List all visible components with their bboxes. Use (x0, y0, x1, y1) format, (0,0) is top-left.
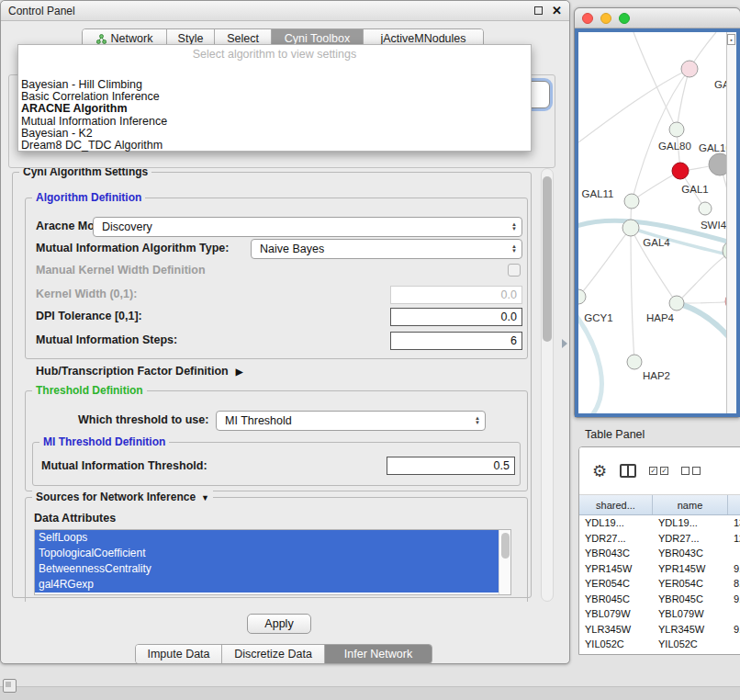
cell[interactable]: 9. (728, 592, 740, 607)
mi-threshold-field[interactable]: 0.5 (387, 457, 515, 475)
node-gal1[interactable] (699, 202, 712, 215)
float-window-icon[interactable] (534, 6, 543, 15)
table-row[interactable]: YPR145W YPR145W 9. (579, 561, 740, 577)
cell[interactable]: YBR043C (579, 546, 653, 561)
table-row[interactable]: YIL052C YIL052C (579, 637, 740, 652)
table-row[interactable]: YDR27... YDR27... 12 (579, 531, 740, 547)
attributes-scrollbar-thumb[interactable] (501, 533, 510, 559)
deselect-all-icon[interactable] (681, 467, 701, 475)
dropdown-item[interactable]: Mutual Information Inference (18, 116, 531, 128)
close-traffic-light[interactable] (582, 13, 593, 24)
table-row[interactable]: YBR045C YBR045C 9. (579, 592, 740, 607)
cell[interactable]: 9. (728, 622, 740, 638)
node-red[interactable] (672, 163, 689, 179)
mi-type-combobox[interactable]: Naive Bayes ▲▼ (251, 239, 522, 259)
table-row[interactable]: YDL19... YDL19... 13 (579, 515, 740, 531)
zoom-traffic-light[interactable] (619, 13, 630, 24)
attribute-item-selected[interactable]: gal4RGexp (35, 577, 499, 593)
network-scrollbar[interactable] (726, 32, 736, 413)
cell[interactable]: YER054C (653, 576, 728, 592)
dropdown-item-selected[interactable]: ARACNE Algorithm (18, 103, 531, 115)
settings-scrollbar-thumb[interactable] (543, 176, 552, 342)
tab-jactivemnodules-label: jActiveMNodules (380, 32, 465, 45)
control-panel-titlebar[interactable]: Control Panel ✕ (1, 1, 569, 21)
node-gcy1[interactable] (578, 289, 586, 304)
cell[interactable]: YDL19... (653, 515, 728, 531)
threshold-definition-legend: Threshold Definition (32, 384, 147, 397)
cell[interactable]: YLR345W (653, 622, 728, 638)
cell[interactable]: 12 (728, 531, 740, 547)
column-header-name[interactable]: name (653, 495, 728, 514)
cell[interactable]: YBL079W (579, 606, 653, 622)
cell[interactable]: 8. (728, 576, 740, 592)
dropdown-item[interactable]: Dream8 DC_TDC Algorithm (18, 140, 531, 152)
gear-icon[interactable]: ⚙ (592, 463, 607, 480)
sources-legend[interactable]: Sources for Network Inference▼ (32, 491, 213, 503)
column-header-shared-name[interactable]: shared... (579, 495, 653, 514)
tab-impute-data[interactable]: Impute Data (136, 645, 222, 663)
columns-icon[interactable] (620, 464, 636, 478)
cell[interactable]: YBR045C (653, 592, 728, 607)
cell[interactable]: 9. (728, 561, 740, 577)
kernel-width-label: Kernel Width (0,1): (36, 288, 137, 300)
expand-down-icon: ▼ (201, 493, 209, 502)
attribute-item-selected[interactable]: BetweennessCentrality (35, 561, 499, 577)
attributes-scrollbar[interactable] (499, 530, 511, 595)
select-all-icon[interactable]: ✓ ✓ (649, 467, 668, 475)
dpi-tolerance-field[interactable]: 0.0 (390, 308, 522, 326)
cell[interactable]: YPR145W (579, 561, 653, 577)
panel-splitter-handle[interactable] (562, 339, 567, 348)
node-label: GCY1 (584, 312, 612, 323)
node-gal4[interactable] (622, 220, 639, 236)
tab-discretize-data[interactable]: Discretize Data (222, 645, 325, 663)
cell[interactable]: 13 (728, 515, 740, 531)
cell[interactable] (728, 637, 740, 652)
apply-button[interactable]: Apply (247, 614, 311, 634)
settings-scrollbar[interactable] (541, 168, 554, 602)
table-row[interactable]: YBR043C YBR043C (579, 546, 740, 561)
table-row[interactable]: YLR345W YLR345W 9. (579, 622, 740, 638)
aracne-mode-combobox[interactable]: Discovery ▲▼ (93, 217, 522, 237)
cell[interactable]: YIL052C (653, 637, 728, 652)
column-header-partial[interactable] (728, 495, 740, 514)
node-hap4[interactable] (669, 296, 684, 310)
network-canvas[interactable]: GAL GAL80 GAL10 GAL11 GAL1 SWI4 GAL4 GCY… (575, 28, 740, 417)
cell[interactable]: YBR045C (579, 592, 653, 607)
attribute-item-selected[interactable]: SelfLoops (35, 530, 499, 546)
cell[interactable]: YPR145W (653, 561, 728, 577)
mi-steps-value: 6 (510, 334, 521, 347)
cell[interactable]: YIL052C (579, 637, 653, 652)
cell[interactable]: YLR345W (579, 622, 653, 638)
minimize-traffic-light[interactable] (600, 13, 611, 24)
close-icon[interactable]: ✕ (552, 4, 562, 17)
cell[interactable]: YER054C (579, 576, 653, 592)
cell[interactable] (728, 546, 740, 561)
minimized-panel-icon[interactable] (3, 679, 17, 693)
cell[interactable]: YDL19... (579, 515, 653, 531)
node-label: GAL11 (582, 188, 614, 199)
node-gal80[interactable] (669, 122, 684, 137)
network-window-titlebar[interactable] (575, 8, 740, 28)
node-hap2[interactable] (627, 355, 642, 369)
mi-steps-field[interactable]: 6 (390, 332, 522, 350)
node-gal11[interactable] (624, 194, 639, 209)
table-header-row: shared... name (579, 495, 740, 515)
attribute-item-selected[interactable]: TopologicalCoefficient (35, 546, 499, 561)
cell[interactable]: YBR043C (653, 546, 728, 561)
unchecked-box-icon (692, 467, 701, 475)
combo-stepper-icon: ▲▼ (470, 416, 485, 425)
table-row[interactable]: YER054C YER054C 8. (579, 576, 740, 592)
which-threshold-combobox[interactable]: MI Threshold ▲▼ (216, 411, 486, 431)
manual-kernel-checkbox[interactable] (508, 264, 521, 277)
node-pink[interactable] (681, 61, 698, 77)
tab-infer-network[interactable]: Infer Network (325, 645, 432, 663)
cell[interactable]: YDR27... (579, 531, 653, 547)
network-scroll-button[interactable]: ▪ (727, 34, 735, 45)
cell[interactable]: YBL079W (653, 606, 728, 622)
hub-section-toggle[interactable]: Hub/Transcription Factor Definition▶ (36, 365, 242, 378)
cell[interactable] (728, 606, 740, 622)
kernel-width-value: 0.0 (501, 288, 521, 301)
table-row[interactable]: YBL079W YBL079W (579, 606, 740, 622)
cell[interactable]: YDR27... (653, 531, 728, 547)
kernel-width-field[interactable]: 0.0 (390, 286, 522, 304)
